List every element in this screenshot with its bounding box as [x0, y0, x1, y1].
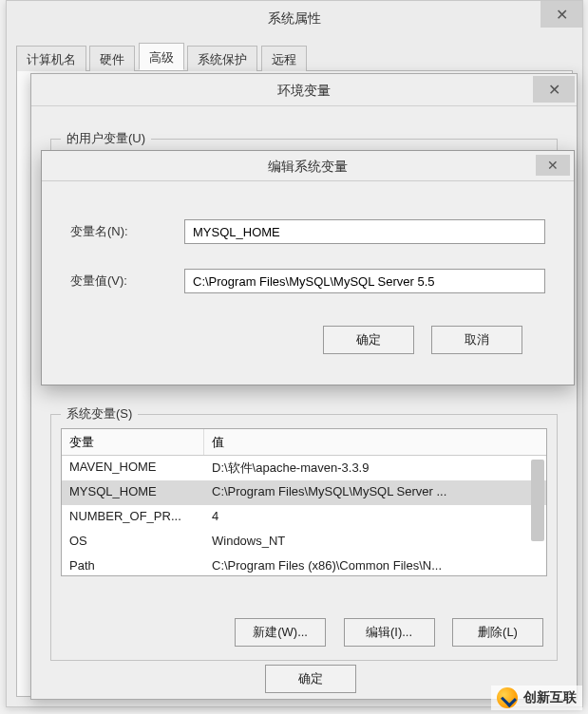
sysvars-new-button[interactable]: 新建(W)... — [235, 618, 326, 647]
edit-form: 变量名(N): 变量值(V): 确定 取消 — [42, 181, 574, 354]
cell-val: C:\Program Files\MySQL\MySQL Server ... — [204, 480, 546, 505]
edit-system-variable-dialog: 编辑系统变量 ✕ 变量名(N): 变量值(V): 确定 取消 — [41, 150, 575, 385]
table-body: MAVEN_HOME D:\软件\apache-maven-3.3.9 MYSQ… — [62, 456, 546, 576]
tab-hardware[interactable]: 硬件 — [89, 46, 135, 71]
variable-value-label: 变量值(V): — [70, 272, 184, 290]
scrollbar-thumb[interactable] — [531, 460, 544, 541]
envdlg-title: 环境变量 — [31, 74, 577, 106]
table-row[interactable]: Path C:\Program Files (x86)\Common Files… — [62, 554, 546, 576]
cell-val: 4 — [204, 505, 546, 530]
sysprops-titlebar: 系统属性 ✕ — [7, 1, 582, 35]
system-variables-label: 系统变量(S) — [61, 405, 138, 423]
tabstrip: 计算机名 硬件 高级 系统保护 远程 — [16, 43, 573, 71]
system-properties-window: 系统属性 ✕ 计算机名 硬件 高级 系统保护 远程 环境变量 ✕ 的用户变量(U… — [6, 0, 583, 707]
variable-name-input[interactable] — [184, 219, 545, 244]
variable-value-input[interactable] — [184, 269, 545, 293]
environment-variables-dialog: 环境变量 ✕ 的用户变量(U) 编辑系统变量 ✕ 变量名(N): — [30, 73, 578, 700]
editdlg-title: 编辑系统变量 — [42, 151, 574, 181]
tab-body: 环境变量 ✕ 的用户变量(U) 编辑系统变量 ✕ 变量名(N): — [16, 71, 573, 697]
cell-var: NUMBER_OF_PR... — [62, 505, 204, 530]
system-variables-table: 变量 值 MAVEN_HOME D:\软件\apache-maven-3.3.9… — [61, 428, 547, 576]
watermark: 创新互联 — [491, 686, 582, 710]
table-header: 变量 值 — [62, 429, 546, 456]
variable-name-label: 变量名(N): — [70, 223, 184, 240]
editdlg-cancel-button[interactable]: 取消 — [431, 326, 522, 354]
cell-val: Windows_NT — [204, 530, 546, 554]
table-row[interactable]: OS Windows_NT — [62, 530, 546, 554]
envdlg-ok-button[interactable]: 确定 — [265, 665, 356, 693]
editdlg-titlebar: 编辑系统变量 ✕ — [42, 151, 574, 181]
editdlg-ok-button[interactable]: 确定 — [323, 326, 414, 354]
cell-var: OS — [62, 530, 204, 554]
table-row[interactable]: NUMBER_OF_PR... 4 — [62, 505, 546, 530]
col-value[interactable]: 值 — [204, 429, 546, 455]
editdlg-buttons: 确定 取消 — [70, 318, 545, 354]
editdlg-close-button[interactable]: ✕ — [536, 155, 570, 176]
tab-remote[interactable]: 远程 — [261, 46, 307, 71]
row-variable-value: 变量值(V): — [70, 269, 545, 293]
envdlg-close-button[interactable]: ✕ — [533, 76, 575, 103]
table-row[interactable]: MYSQL_HOME C:\Program Files\MySQL\MySQL … — [62, 480, 546, 505]
sysvars-edit-button[interactable]: 编辑(I)... — [344, 618, 435, 647]
user-variables-label: 的用户变量(U) — [61, 130, 151, 147]
cell-val: D:\软件\apache-maven-3.3.9 — [204, 456, 546, 480]
sysprops-title: 系统属性 — [7, 1, 582, 35]
cell-var: MAVEN_HOME — [62, 456, 204, 480]
sysvars-buttons: 新建(W)... 编辑(I)... 删除(L) — [221, 618, 543, 647]
table-row[interactable]: MAVEN_HOME D:\软件\apache-maven-3.3.9 — [62, 456, 546, 480]
cell-val: C:\Program Files (x86)\Common Files\N... — [204, 554, 546, 576]
envdlg-titlebar: 环境变量 ✕ — [31, 74, 577, 106]
tab-advanced[interactable]: 高级 — [139, 43, 184, 70]
tab-computername[interactable]: 计算机名 — [16, 46, 86, 71]
sysprops-close-button[interactable]: ✕ — [541, 1, 582, 28]
cell-var: Path — [62, 554, 204, 576]
envdlg-ok-area: 确定 — [252, 665, 356, 693]
col-variable[interactable]: 变量 — [62, 429, 204, 455]
tab-systemprotection[interactable]: 系统保护 — [187, 46, 257, 71]
row-variable-name: 变量名(N): — [70, 219, 545, 244]
watermark-logo-icon — [497, 687, 518, 708]
sysvars-delete-button[interactable]: 删除(L) — [452, 618, 543, 647]
system-variables-group: 系统变量(S) 变量 值 MAVEN_HOME D:\软件\apache-mav… — [50, 414, 558, 661]
cell-var: MYSQL_HOME — [62, 480, 204, 505]
watermark-text: 创新互联 — [523, 689, 577, 706]
